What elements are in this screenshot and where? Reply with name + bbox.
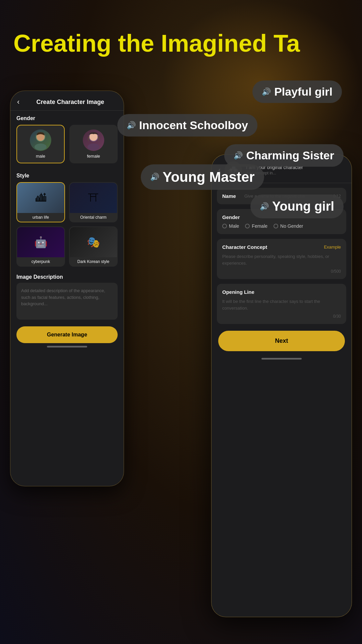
voice-bubble-charming[interactable]: 🔊 Charming Sister — [224, 144, 344, 167]
left-phone-header: ‹ Create Character Image — [10, 91, 124, 111]
style-grid: 🏙 urban life ⛩ Oriental charm 🤖 cyberpun… — [10, 182, 124, 271]
gender-card-male[interactable]: male — [16, 125, 65, 163]
left-phone-title: Create Character Image — [23, 99, 117, 106]
name-label: Name — [222, 193, 240, 199]
urban-figure-icon: 🏙 — [36, 192, 46, 204]
sound-icon-charming: 🔊 — [234, 151, 243, 160]
sound-icon-schoolboy: 🔊 — [127, 121, 136, 130]
cyberpunk-figure-icon: 🤖 — [34, 236, 48, 249]
concept-header: Character Concept Example — [222, 244, 341, 250]
style-name-dark-korean: Dark Korean style — [70, 257, 117, 266]
radio-label-no-gender: No Gender — [280, 223, 303, 229]
style-card-dark-korean[interactable]: 🎭 Dark Korean style — [69, 226, 118, 267]
oriental-figure-icon: ⛩ — [88, 192, 99, 204]
concept-label: Character Concept — [222, 244, 267, 250]
sound-icon-playful: 🔊 — [262, 88, 271, 96]
home-indicator-left — [47, 346, 87, 347]
female-avatar — [83, 129, 104, 151]
bubble-label-young-girl: Young girl — [272, 199, 334, 214]
voice-bubble-playful[interactable]: 🔊 Playful girl — [252, 80, 342, 103]
concept-example-link[interactable]: Example — [324, 245, 341, 250]
bubble-label-charming: Charming Sister — [246, 149, 334, 162]
opening-label: Opening Line — [222, 289, 341, 295]
gender-label-male: male — [36, 154, 45, 159]
gender-label-female: female — [87, 154, 100, 159]
style-img-oriental: ⛩ — [70, 183, 117, 213]
image-desc-input[interactable]: Add detailed description of the appearan… — [16, 283, 118, 320]
radio-female[interactable]: Female — [245, 223, 267, 229]
next-button[interactable]: Next — [218, 331, 345, 351]
opening-input[interactable]: It will be the first line the character … — [222, 298, 341, 311]
svg-point-1 — [35, 144, 47, 150]
style-img-dark-korean: 🎭 — [70, 227, 117, 257]
gender-section-label: Gender — [10, 111, 124, 125]
style-section-label: Style — [10, 168, 124, 182]
home-indicator-right — [261, 358, 302, 360]
male-avatar — [30, 129, 51, 151]
svg-point-4 — [87, 144, 100, 150]
gender-card-female[interactable]: female — [69, 125, 118, 163]
style-name-urban: urban life — [17, 213, 64, 222]
voice-bubble-young-master[interactable]: 🔊 Young Master — [141, 164, 264, 190]
gender-grid: male female — [10, 125, 124, 168]
style-img-cyberpunk: 🤖 — [17, 227, 64, 257]
sound-icon-young-master: 🔊 — [150, 173, 159, 181]
concept-section: Character Concept Example Please describ… — [217, 239, 346, 279]
page-title: Creating the Imagined Ta — [13, 30, 300, 57]
style-card-urban[interactable]: 🏙 urban life — [16, 182, 65, 222]
style-img-urban: 🏙 — [17, 183, 64, 213]
radio-circle-male — [222, 224, 227, 228]
sound-icon-young-girl: 🔊 — [260, 202, 269, 211]
style-card-cyberpunk[interactable]: 🤖 cyberpunk — [16, 226, 65, 267]
concept-input[interactable]: Please describe personality, speaking st… — [222, 253, 341, 266]
bubble-label-playful: Playful girl — [274, 85, 333, 98]
radio-label-male: Male — [229, 223, 239, 229]
style-name-oriental: Oriental charm — [70, 213, 117, 222]
style-card-oriental[interactable]: ⛩ Oriental charm — [69, 182, 118, 222]
right-phone: ‹ 🕷️ I am your original character Add co… — [211, 154, 352, 617]
image-desc-label: Image Description — [10, 271, 124, 283]
radio-no-gender[interactable]: No Gender — [274, 223, 303, 229]
opening-count: 0/30 — [222, 314, 341, 319]
concept-count: 0/500 — [222, 269, 341, 274]
left-phone: ‹ Create Character Image Gender male — [10, 91, 124, 486]
opening-section: Opening Line It will be the first line t… — [217, 284, 346, 324]
style-name-cyberpunk: cyberpunk — [17, 257, 64, 266]
radio-circle-no-gender — [274, 224, 278, 228]
bubble-label-schoolboy: Innocent Schoolboy — [139, 119, 248, 132]
generate-image-button[interactable]: Generate Image — [16, 326, 118, 343]
radio-label-female: Female — [252, 223, 267, 229]
voice-bubble-schoolboy[interactable]: 🔊 Innocent Schoolboy — [117, 114, 257, 137]
bubble-label-young-master: Young Master — [163, 169, 255, 185]
voice-bubble-young-girl[interactable]: 🔊 Young girl — [250, 195, 344, 218]
radio-male[interactable]: Male — [222, 223, 239, 229]
dark-korean-figure-icon: 🎭 — [87, 236, 100, 249]
radio-circle-female — [245, 224, 250, 228]
left-back-button[interactable]: ‹ — [17, 98, 19, 106]
gender-radio-row: Male Female No Gender — [222, 223, 341, 229]
